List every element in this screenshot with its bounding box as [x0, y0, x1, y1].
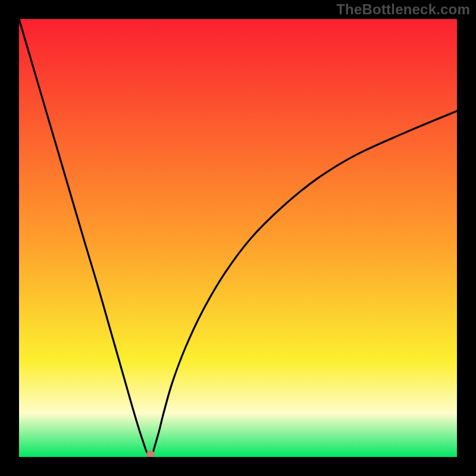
bottleneck-curve [19, 19, 457, 457]
nadir-marker [146, 450, 155, 457]
chart-frame: TheBottleneck.com [0, 0, 476, 476]
plot-area [19, 19, 457, 457]
watermark-text: TheBottleneck.com [336, 1, 470, 18]
